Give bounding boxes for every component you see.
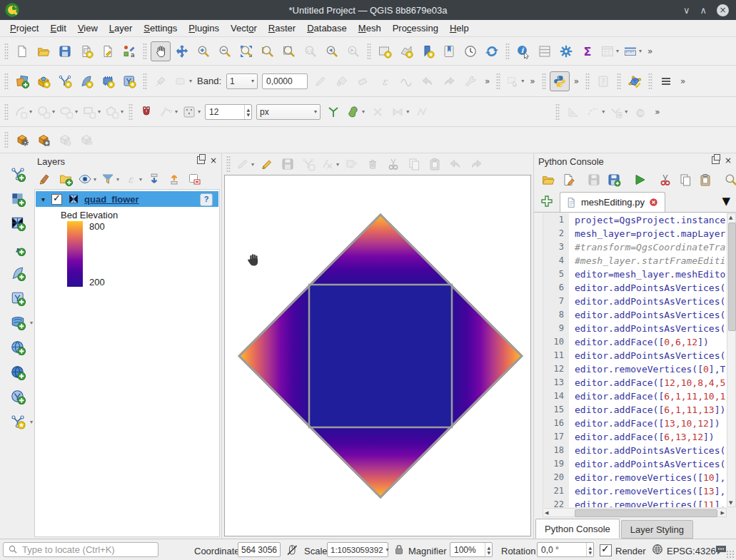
copy-text-button[interactable] (676, 171, 695, 189)
toolbar-grip[interactable] (226, 156, 231, 173)
spin-up-icon[interactable]: ▲ (588, 545, 592, 550)
toolbar-grip[interactable] (496, 73, 500, 90)
dropdown-arrow-icon[interactable]: ▾ (198, 108, 201, 115)
toolbar-grip[interactable] (367, 43, 371, 60)
toolbar-overflow-button[interactable]: » (655, 107, 660, 117)
coordinate-value[interactable]: 564 3056 (238, 542, 281, 557)
snapping-tolerance[interactable]: 12▲▼ (205, 104, 252, 120)
dropdown-arrow-icon[interactable]: ▾ (336, 161, 339, 168)
toolbar-grip[interactable] (4, 43, 9, 60)
toolbar-overflow-button[interactable]: » (647, 46, 652, 56)
zoom-out-button[interactable] (215, 41, 235, 61)
scale-dropdown-icon[interactable]: ▾ (386, 546, 389, 553)
pan-map-button[interactable] (151, 41, 171, 61)
close-button-icon[interactable]: × (717, 4, 729, 16)
menu-raster[interactable]: Raster (263, 21, 301, 36)
dropdown-arrow-icon[interactable]: ▾ (98, 108, 101, 115)
menu-layer[interactable]: Layer (104, 21, 138, 36)
add-spatialite-layer-button[interactable] (6, 262, 28, 283)
run-script-button[interactable] (630, 171, 649, 189)
digitize-mesh-button[interactable] (625, 71, 645, 91)
statistical-summary-button[interactable] (535, 41, 555, 61)
dropdown-arrow-icon[interactable]: ▾ (75, 108, 78, 115)
dropdown-arrow-icon[interactable]: ▾ (639, 48, 642, 54)
expand-all-button[interactable] (145, 170, 163, 188)
zoom-to-layer-button[interactable] (279, 41, 299, 61)
dock-tab-python-console[interactable]: Python Console (535, 519, 620, 539)
horizontal-scrollbar[interactable]: ◀ ▶ (543, 508, 727, 517)
add-wms-layer-button[interactable]: ▾ (6, 311, 28, 332)
snapping-mode-button[interactable]: ▾ (181, 102, 202, 122)
layer-indicator-badge[interactable]: ? (200, 193, 213, 206)
resize-grip[interactable] (726, 550, 735, 559)
dropdown-arrow-icon[interactable]: ▾ (175, 108, 178, 115)
minimize-button-icon[interactable]: ∨ (683, 5, 690, 16)
add-group-button[interactable] (56, 170, 75, 188)
topological-editing-button[interactable] (323, 102, 343, 122)
layer-visibility-checkbox[interactable]: ✓ (51, 194, 62, 205)
open-layer-styling-button[interactable] (36, 170, 55, 188)
open-script-button[interactable] (539, 171, 558, 189)
spin-down-icon[interactable]: ▼ (487, 550, 490, 555)
new-project-button[interactable] (12, 41, 32, 61)
pan-to-selection-button[interactable] (172, 41, 192, 61)
dropdown-arrow-icon[interactable]: ▾ (29, 108, 32, 115)
new-temporary-scratch-layer-button[interactable] (76, 71, 96, 91)
mesh-calculator-button[interactable] (12, 130, 32, 150)
tab-list-dropdown-icon[interactable]: ▼ (722, 195, 730, 208)
save-script-as-button[interactable] (605, 171, 623, 189)
python-console-button[interactable] (550, 71, 570, 91)
float-console-icon[interactable] (712, 156, 720, 164)
toolbar-grip[interactable] (128, 103, 133, 121)
vertical-scroll-thumb[interactable] (728, 223, 736, 331)
maximize-button-icon[interactable]: ∧ (700, 5, 707, 16)
dropdown-arrow-icon[interactable]: ▾ (121, 108, 123, 115)
toolbar-overflow-button[interactable]: » (485, 76, 490, 86)
new-editor-button[interactable] (559, 171, 578, 189)
snapping-units[interactable]: px▾ (256, 104, 321, 120)
toolbar-grip[interactable] (648, 73, 652, 90)
layer-name[interactable]: quad_flower (84, 194, 139, 205)
show-layout-manager-button[interactable] (98, 41, 118, 61)
menu-processing[interactable]: Processing (387, 21, 444, 36)
find-text-button[interactable] (722, 171, 736, 189)
toolbar-grip[interactable] (585, 73, 590, 90)
dropdown-arrow-icon[interactable]: ▾ (52, 108, 55, 115)
vertical-scrollbar[interactable]: ▲ ▼ (727, 213, 736, 507)
filter-legend-button[interactable]: ▾ (99, 170, 121, 188)
measure-line-button[interactable]: ▾ (622, 41, 643, 61)
new-geopackage-layer-button[interactable] (34, 71, 54, 91)
open-data-source-manager-button[interactable] (12, 71, 32, 91)
close-console-icon[interactable]: × (725, 157, 732, 164)
menu-database[interactable]: Database (301, 21, 353, 36)
cut-text-button[interactable] (656, 171, 675, 189)
enable-snapping-button[interactable] (136, 102, 156, 122)
dropdown-arrow-icon[interactable]: ▾ (94, 176, 96, 183)
show-statistics-button[interactable]: Σ (578, 41, 598, 61)
toolbar-overflow-button[interactable]: » (530, 76, 535, 86)
create-mesh-button[interactable] (34, 130, 54, 150)
dropdown-arrow-icon[interactable]: ▾ (251, 161, 254, 168)
scale-combobox[interactable]: 1:1053059392 ▾ (327, 542, 388, 557)
new-print-layout-button[interactable] (76, 41, 96, 61)
paste-text-button[interactable] (696, 171, 715, 189)
dropdown-arrow-icon[interactable]: ▾ (362, 108, 365, 115)
dock-tab-layer-styling[interactable]: Layer Styling (621, 520, 693, 539)
toolbar-grip[interactable] (4, 73, 9, 90)
add-wcs-layer-button[interactable] (6, 336, 28, 357)
collapse-all-button[interactable] (165, 170, 183, 188)
temporal-controller-button[interactable] (460, 41, 480, 61)
magnifier-spinbox[interactable]: 100% ▲▼ (450, 542, 493, 557)
locate-search-input[interactable]: Type to locate (Ctrl+K) (3, 542, 158, 557)
zoom-full-button[interactable] (236, 41, 256, 61)
dropdown-arrow-icon[interactable]: ▾ (521, 78, 524, 84)
layer-row[interactable]: ▾ ✓ quad_flower ? (36, 191, 218, 207)
menu-help[interactable]: Help (444, 21, 475, 36)
lock-scale-icon[interactable] (393, 543, 407, 557)
add-delimited-text-layer-button[interactable]: , (6, 237, 28, 258)
spin-down-icon[interactable]: ▼ (588, 550, 592, 555)
toolbar-overflow-button[interactable]: » (680, 76, 685, 86)
processing-toolbox-button[interactable] (556, 41, 576, 61)
band-value-input[interactable]: 0,0000 (262, 73, 308, 89)
render-checkbox[interactable]: ✓ (600, 544, 612, 556)
